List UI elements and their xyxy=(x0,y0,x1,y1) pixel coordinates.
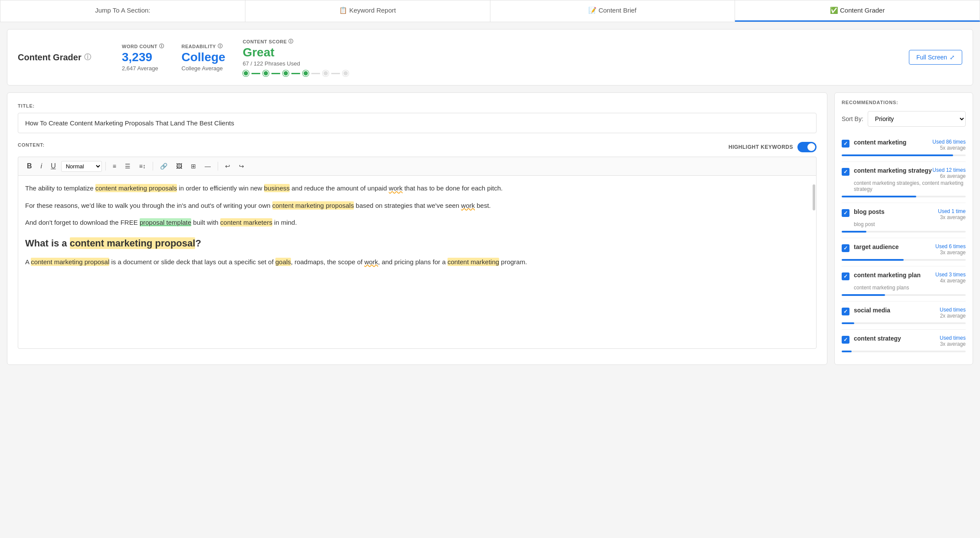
progress-line-1 xyxy=(252,73,260,74)
rec-bar-3 xyxy=(842,231,866,233)
rec-avg-3: 3x average xyxy=(938,214,966,220)
rec-checkbox-3[interactable] xyxy=(842,209,849,217)
rec-bar-container-7 xyxy=(842,351,966,352)
rec-used-7: Used times xyxy=(940,335,966,341)
rec-avg-7: 3x average xyxy=(940,341,966,347)
rec-used-2: Used 12 times xyxy=(932,167,966,173)
progress-dot-2 xyxy=(263,70,269,76)
rec-checkbox-5[interactable] xyxy=(842,272,849,280)
table-button[interactable]: ⊞ xyxy=(187,161,199,171)
highlight-proposal-template: proposal template xyxy=(140,218,191,226)
tab-content-grader[interactable]: ✅ Content Grader xyxy=(735,0,980,22)
align-button[interactable]: ≡↕ xyxy=(136,161,149,171)
content-grader-header: Content Grader ⓘ WORD COUNT ⓘ 3,239 2,64… xyxy=(7,29,973,85)
unordered-list-button[interactable]: ☰ xyxy=(121,161,134,171)
rec-bar-container-3 xyxy=(842,231,966,233)
paragraph-3: And don't forget to download the FREE pr… xyxy=(25,217,809,228)
rec-avg-5: 4x average xyxy=(935,278,966,284)
recommendations-panel: RECOMMENDATIONS: Sort By: Priority Alpha… xyxy=(834,92,973,365)
progress-line-4 xyxy=(311,73,320,74)
rec-checkbox-7[interactable] xyxy=(842,336,849,344)
word-count-stat: WORD COUNT ⓘ 3,239 2,647 Average xyxy=(122,43,164,72)
content-score-value: Great xyxy=(243,46,349,59)
rec-checkbox-4[interactable] xyxy=(842,244,849,252)
highlight-business: business xyxy=(264,184,290,192)
rec-bar-4 xyxy=(842,259,904,261)
readability-info-icon[interactable]: ⓘ xyxy=(218,43,223,49)
tab-content-brief[interactable]: 📝 Content Brief xyxy=(490,0,735,22)
scrollbar-thumb[interactable] xyxy=(813,184,815,210)
highlight-work-1: work xyxy=(389,184,403,192)
highlight-toggle-row: HIGHLIGHT KEYWORDS xyxy=(728,142,817,152)
underline-button[interactable]: U xyxy=(47,161,59,172)
toolbar-divider-3 xyxy=(218,162,218,171)
rec-bar-container-2 xyxy=(842,196,966,197)
keyword-report-icon: 📋 xyxy=(339,7,349,14)
full-screen-button[interactable]: Full Screen ⤢ xyxy=(909,50,962,65)
title-input[interactable] xyxy=(18,113,817,133)
content-score-stat: CONTENT SCORE ⓘ Great 67 / 122 Phrases U… xyxy=(243,38,349,76)
rec-bar-container-1 xyxy=(842,154,966,156)
undo-button[interactable]: ↩ xyxy=(222,161,234,171)
progress-dot-3 xyxy=(283,70,289,76)
bold-button[interactable]: B xyxy=(23,161,36,172)
rec-checkbox-6[interactable] xyxy=(842,308,849,315)
rec-avg-1: 5x average xyxy=(932,145,966,151)
rec-keyword-7: content strategy xyxy=(854,335,901,342)
content-score-info-icon[interactable]: ⓘ xyxy=(288,38,294,45)
recommendations-list: content marketing Used 86 times 5x avera… xyxy=(842,134,966,358)
italic-button[interactable]: i xyxy=(37,161,46,172)
content-editor[interactable]: The ability to templatize content market… xyxy=(18,175,817,349)
link-button[interactable]: 🔗 xyxy=(157,161,171,171)
highlight-content-marketing-proposal-h2: content marketing proposal xyxy=(70,237,196,249)
tab-keyword-report[interactable]: 📋 Keyword Report xyxy=(245,0,490,22)
highlight-work-3: work xyxy=(364,258,378,266)
rec-keyword-4: target audience xyxy=(854,243,898,250)
editor-toolbar: B i U Normal Heading 1 Heading 2 ≡ ☰ ≡↕ … xyxy=(18,157,817,175)
rec-aliases-5: content marketing plans xyxy=(854,285,966,291)
title-section-label: TITLE: xyxy=(18,103,817,108)
highlight-content-marketing-proposals-1: content marketing proposals xyxy=(95,184,177,192)
divider-button[interactable]: — xyxy=(201,161,214,171)
word-count-info-icon[interactable]: ⓘ xyxy=(159,43,164,49)
rec-checkbox-1[interactable] xyxy=(842,140,849,148)
highlight-keywords-toggle[interactable] xyxy=(797,142,817,152)
redo-button[interactable]: ↪ xyxy=(235,161,248,171)
progress-dot-6 xyxy=(343,70,349,76)
highlight-goals: goals xyxy=(275,258,291,266)
rec-bar-container-4 xyxy=(842,259,966,261)
progress-dot-4 xyxy=(303,70,309,76)
rec-item-target-audience: target audience Used 6 times 3x average xyxy=(842,238,966,266)
format-select[interactable]: Normal Heading 1 Heading 2 xyxy=(61,161,102,172)
rec-item-content-marketing: content marketing Used 86 times 5x avera… xyxy=(842,134,966,162)
rec-item-content-marketing-strategy: content marketing strategy Used 12 times… xyxy=(842,162,966,203)
rec-used-6: Used times xyxy=(940,307,966,313)
rec-avg-6: 2x average xyxy=(940,313,966,319)
progress-line-2 xyxy=(271,73,280,74)
rec-checkbox-2[interactable] xyxy=(842,168,849,176)
rec-keyword-5: content marketing plan xyxy=(854,272,921,279)
rec-bar-5 xyxy=(842,294,885,296)
main-content-area: TITLE: CONTENT: HIGHLIGHT KEYWORDS B i U… xyxy=(7,92,973,365)
rec-used-5: Used 3 times xyxy=(935,272,966,278)
progress-line-5 xyxy=(331,73,340,74)
rec-keyword-1: content marketing xyxy=(854,139,906,146)
info-icon[interactable]: ⓘ xyxy=(84,53,91,62)
highlight-content-marketers: content marketers xyxy=(220,218,272,226)
rec-item-content-marketing-plan: content marketing plan Used 3 times 4x a… xyxy=(842,266,966,302)
jump-label: Jump To A Section: xyxy=(95,7,150,14)
progress-dot-1 xyxy=(243,70,249,76)
readability-stat: READABILITY ⓘ College College Average xyxy=(182,43,225,72)
image-button[interactable]: 🖼 xyxy=(173,161,186,171)
content-heading: What is a content marketing proposal? xyxy=(25,235,809,251)
ordered-list-button[interactable]: ≡ xyxy=(109,161,120,171)
rec-keyword-6: social media xyxy=(854,307,890,314)
editor-panel: TITLE: CONTENT: HIGHLIGHT KEYWORDS B i U… xyxy=(7,92,827,365)
progress-bar xyxy=(243,70,349,76)
highlight-content-marketing-proposals-2: content marketing proposals xyxy=(272,201,354,210)
rec-bar-6 xyxy=(842,322,854,324)
word-count-value: 3,239 xyxy=(122,50,164,64)
toolbar-divider-2 xyxy=(153,162,153,171)
sort-by-select[interactable]: Priority Alphabetical Usage xyxy=(868,111,966,127)
rec-used-3: Used 1 time xyxy=(938,208,966,214)
